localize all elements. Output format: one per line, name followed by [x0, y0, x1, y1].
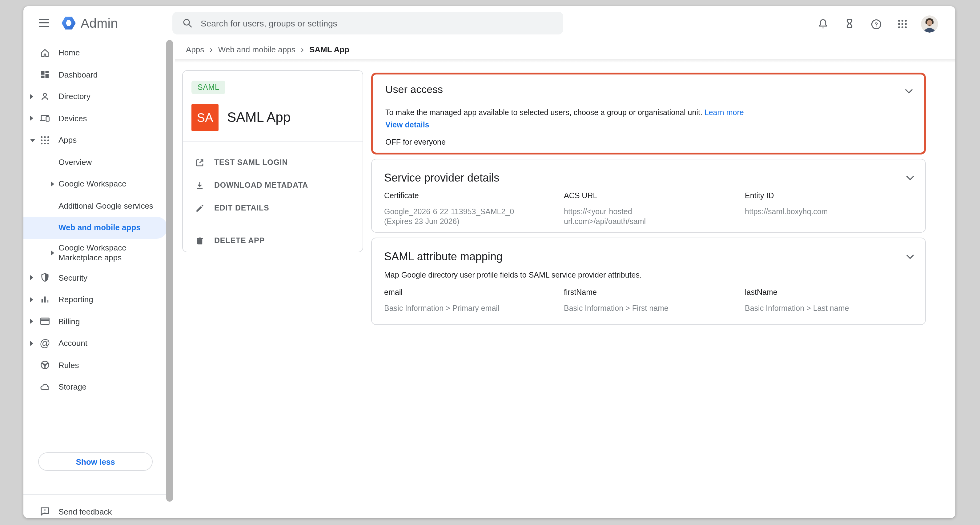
chevron-down-icon[interactable] — [906, 250, 914, 262]
user-access-status: OFF for everyone — [385, 138, 445, 146]
menu-icon[interactable] — [39, 19, 49, 27]
lastname-mapping-field: lastName Basic Information > Last name — [745, 288, 913, 313]
cloud-icon — [40, 382, 51, 393]
expand-arrow-icon[interactable] — [30, 116, 33, 121]
tasks-hourglass-icon[interactable] — [842, 17, 857, 32]
expand-arrow-icon[interactable] — [51, 250, 54, 255]
card-divider — [183, 141, 363, 142]
chevron-down-icon[interactable] — [906, 172, 914, 183]
acs-url-field: ACS URL https://<your-hosted- url.com>/a… — [564, 191, 745, 226]
admin-hexagon-icon — [61, 15, 76, 31]
app-avatar: SA — [191, 104, 218, 131]
sidebar-item-google-workspace-marketplace-apps[interactable]: Google Workspace Marketplace apps — [23, 239, 167, 267]
sidebar-item-account[interactable]: @ Account — [23, 332, 167, 354]
saml-attribute-mapping-card: SAML attribute mapping Map Google direct… — [371, 237, 926, 325]
sidebar-item-security[interactable]: Security — [23, 267, 167, 289]
delete-app-button[interactable]: DELETE APP — [183, 229, 363, 252]
breadcrumb-web-and-mobile-apps[interactable]: Web and mobile apps — [218, 45, 296, 54]
sidebar-item-dashboard[interactable]: Dashboard — [23, 64, 167, 86]
sidebar-item-rules[interactable]: Rules — [23, 354, 167, 376]
service-provider-details-title: Service provider details — [384, 172, 499, 185]
home-icon — [40, 48, 51, 59]
user-access-title: User access — [385, 84, 443, 96]
google-admin-logo: Admin — [61, 15, 118, 31]
expand-arrow-icon[interactable] — [30, 341, 33, 346]
service-provider-details-card: Service provider details Certificate Goo… — [371, 159, 926, 233]
edit-details-button[interactable]: EDIT DETAILS — [183, 197, 363, 219]
collapse-arrow-icon[interactable] — [30, 139, 35, 142]
header-shadow — [175, 59, 955, 63]
search-bar[interactable] — [172, 12, 563, 35]
app-summary-card: SAML SA SAML App TEST SAML LOGIN DOWNLOA… — [182, 70, 363, 252]
breadcrumb-current-page: SAML App — [309, 45, 349, 54]
sidebar-item-reporting[interactable]: Reporting — [23, 289, 167, 310]
certificate-field: Certificate Google_2026-6-22-113953_SAML… — [384, 191, 564, 226]
download-icon — [194, 180, 205, 191]
expand-arrow-icon[interactable] — [30, 319, 33, 324]
bar-chart-icon — [40, 294, 51, 305]
sidebar-item-web-and-mobile-apps[interactable]: Web and mobile apps — [23, 216, 167, 239]
user-access-card: User access To make the managed app avai… — [371, 73, 926, 154]
user-access-description: To make the managed app available to sel… — [385, 108, 744, 117]
sidebar-nav: Home Dashboard Directory D — [23, 42, 167, 518]
sidebar-item-storage[interactable]: Storage — [23, 376, 167, 398]
help-icon[interactable]: ? — [869, 17, 883, 32]
user-avatar[interactable] — [921, 15, 938, 33]
at-sign-icon: @ — [40, 338, 51, 349]
sidebar-item-overview[interactable]: Overview — [23, 151, 167, 173]
download-metadata-button[interactable]: DOWNLOAD METADATA — [183, 174, 363, 196]
test-saml-login-button[interactable]: TEST SAML LOGIN — [183, 151, 363, 173]
send-feedback-button[interactable]: Send feedback — [23, 501, 167, 518]
search-input[interactable] — [200, 18, 554, 28]
trash-icon — [194, 235, 205, 246]
sidebar-divider — [23, 494, 167, 495]
person-icon — [40, 91, 51, 102]
notifications-bell-icon[interactable] — [816, 17, 830, 32]
show-less-button[interactable]: Show less — [38, 452, 153, 471]
apps-grid-icon[interactable] — [895, 17, 910, 32]
devices-icon — [40, 113, 51, 124]
view-details-link[interactable]: View details — [385, 121, 430, 129]
expand-arrow-icon[interactable] — [30, 297, 33, 302]
feedback-icon — [40, 506, 51, 517]
sidebar-item-home[interactable]: Home — [23, 42, 167, 64]
admin-console-window: Admin — [23, 6, 955, 518]
breadcrumb-apps[interactable]: Apps — [186, 45, 204, 54]
pencil-icon — [194, 203, 205, 213]
breadcrumb-separator-icon: › — [210, 44, 212, 54]
saml-attribute-mapping-description: Map Google directory user profile fields… — [384, 271, 642, 279]
firstname-mapping-field: firstName Basic Information > First name — [564, 288, 745, 313]
sidebar-item-directory[interactable]: Directory — [23, 86, 167, 107]
expand-arrow-icon[interactable] — [30, 275, 33, 280]
saml-type-badge: SAML — [191, 81, 226, 94]
entity-id-field: Entity ID https://saml.boxyhq.com — [745, 191, 913, 226]
sidebar-item-google-workspace[interactable]: Google Workspace — [23, 173, 167, 195]
saml-attribute-mapping-title: SAML attribute mapping — [384, 250, 503, 263]
email-mapping-field: email Basic Information > Primary email — [384, 288, 564, 313]
sidebar-item-additional-google-services[interactable]: Additional Google services — [23, 195, 167, 216]
search-icon — [182, 18, 192, 28]
dashboard-icon — [40, 69, 51, 80]
service-provider-fields: Certificate Google_2026-6-22-113953_SAML… — [384, 191, 913, 226]
desktop-background: Admin — [0, 0, 980, 525]
steering-wheel-icon — [40, 360, 51, 371]
product-name: Admin — [81, 16, 118, 30]
learn-more-link[interactable]: Learn more — [705, 108, 744, 117]
chevron-down-icon[interactable] — [905, 85, 913, 96]
expand-arrow-icon[interactable] — [51, 181, 54, 186]
sidebar-scrollbar[interactable] — [166, 40, 173, 502]
open-in-new-icon — [194, 157, 205, 168]
breadcrumb: Apps › Web and mobile apps › SAML App — [186, 43, 349, 56]
credit-card-icon — [40, 316, 51, 327]
app-title: SAML App — [227, 110, 291, 126]
sidebar-item-devices[interactable]: Devices — [23, 107, 167, 129]
svg-text:?: ? — [874, 21, 878, 27]
expand-arrow-icon[interactable] — [30, 94, 33, 99]
shield-icon — [40, 272, 51, 283]
sidebar-item-billing[interactable]: Billing — [23, 310, 167, 332]
sidebar-item-apps[interactable]: Apps — [23, 129, 167, 151]
apps-icon — [40, 135, 51, 146]
top-bar-icons: ? — [804, 15, 938, 33]
attribute-mapping-fields: email Basic Information > Primary email … — [384, 288, 913, 313]
breadcrumb-separator-icon: › — [301, 44, 304, 54]
